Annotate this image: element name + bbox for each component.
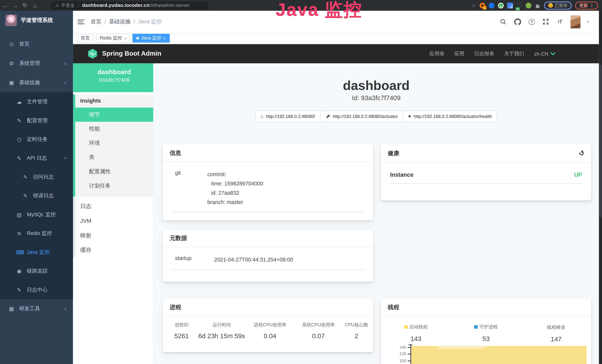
- sidebar-item-error-log[interactable]: ✎ 错误日志: [0, 186, 73, 205]
- area-highlight: [439, 346, 484, 349]
- sba-nav-about[interactable]: 关于我们: [504, 50, 524, 57]
- close-icon[interactable]: ×: [124, 36, 127, 41]
- breadcrumb-separator: /: [133, 19, 135, 25]
- infra-submenu: ☁ 文件管理 ✎ 配置管理 ◷ 定时任务 ✎ API 日志 ∧ ✎: [0, 92, 73, 299]
- sidebar-item-infra[interactable]: ▣ 基础设施 ∧: [0, 73, 73, 92]
- sidebar-item-redis-monitor[interactable]: ≋ Redis 监控: [0, 224, 73, 243]
- tab-java-monitor[interactable]: Java 监控 ×: [133, 34, 170, 43]
- extension-icon-list[interactable]: on: [516, 2, 522, 8]
- sidebar-item-system[interactable]: ⚙ 系统管理 ∨: [0, 54, 73, 73]
- extension-icon-pin[interactable]: [489, 2, 494, 8]
- browser-menu-icon[interactable]: ⋮: [590, 3, 594, 8]
- sidebar-item-label: 错误日志: [33, 192, 54, 199]
- log-icon: ✎: [16, 287, 22, 293]
- sba-app-header[interactable]: dashboard 93a3fc7f7409: [73, 64, 153, 92]
- github-icon[interactable]: [514, 18, 521, 25]
- sidebar-logo[interactable]: 芋道管理系统: [0, 11, 73, 30]
- actuator-url-button[interactable]: http://192.168.0.2:48080/actuator: [320, 110, 403, 122]
- breadcrumb-infra[interactable]: 基础设施: [109, 18, 130, 25]
- search-icon[interactable]: [499, 18, 507, 25]
- home-icon[interactable]: ⌂: [30, 2, 40, 9]
- sidebar-item-scheduled-jobs[interactable]: ◷ 定时任务: [0, 130, 73, 149]
- extension-icon-squares[interactable]: [507, 2, 513, 8]
- sidebar-item-mysql-monitor[interactable]: ▤ MySQL 监控: [0, 205, 73, 224]
- divider: [73, 92, 153, 94]
- health-row-instance: Instance UP: [390, 166, 582, 184]
- link-label: http://192.168.0.2:48080/actuator: [333, 114, 398, 119]
- sba-menu-mappings[interactable]: 映射: [75, 228, 153, 243]
- bookmark-star-icon[interactable]: ☆: [471, 2, 476, 8]
- java-monitor-icon: ⌨: [16, 249, 22, 255]
- card-title: 进程: [163, 299, 373, 316]
- close-icon[interactable]: ×: [163, 36, 166, 41]
- sidebar-item-tracing[interactable]: ◉ 链路追踪: [0, 261, 73, 280]
- font-size-icon[interactable]: tT: [556, 18, 564, 25]
- paused-pill[interactable]: 已暂停: [544, 1, 572, 9]
- security-label[interactable]: 不安全: [61, 2, 75, 9]
- sba-menu-caches[interactable]: 缓存: [75, 243, 153, 257]
- sba-menu-logs[interactable]: 日志: [75, 199, 153, 214]
- back-icon[interactable]: ←: [0, 2, 10, 9]
- sidebar-item-label: Redis 监控: [27, 230, 52, 237]
- sidebar-item-file-mgmt[interactable]: ☁ 文件管理: [0, 92, 73, 111]
- log-icon: ✎: [22, 193, 28, 199]
- sba-menu-metrics[interactable]: 性能: [75, 122, 153, 136]
- breadcrumb-home[interactable]: 首页: [91, 18, 101, 25]
- stat-daemon-threads: 守护进程 53: [451, 323, 521, 343]
- avatar[interactable]: [570, 15, 580, 28]
- sba-nav-applications[interactable]: 应用: [454, 50, 464, 57]
- sba-menu-classes[interactable]: 类: [75, 150, 153, 164]
- extension-icon-orange[interactable]: 1: [479, 2, 485, 8]
- tab-label: 首页: [81, 35, 90, 41]
- sba-menu-environment[interactable]: 环境: [75, 136, 153, 150]
- page-scrollbar[interactable]: [599, 11, 602, 364]
- locale-selector[interactable]: zh-CN: [534, 51, 555, 57]
- service-url-button[interactable]: ⌂ http://192.168.0.2:48080/: [255, 110, 320, 122]
- extension-icon-green-y[interactable]: y: [498, 2, 504, 8]
- sba-body: dashboard 93a3fc7f7409 Insights 细节 性能 环境…: [73, 64, 599, 364]
- sba-nav-journal[interactable]: 日志报表: [474, 50, 494, 57]
- process-stats: 进程ID 5261 运行时间 6d 23h 15m 59s 进程CPU使用率 0…: [163, 316, 373, 340]
- sba-app-name: dashboard: [75, 68, 153, 76]
- extension-icon-leaf[interactable]: [526, 2, 531, 8]
- sidebar-item-home[interactable]: ⊙ 首页: [0, 34, 73, 54]
- tab-redis-monitor[interactable]: Redis 监控 ×: [96, 34, 130, 43]
- stat-system-cpu: 系统CPU使用率 0.07: [295, 322, 342, 340]
- sidebar-item-devtools[interactable]: ▦ 研发工具 ∨: [0, 299, 73, 318]
- sba-nav-wallboard[interactable]: 应用墙: [429, 50, 444, 57]
- sba-main: dashboard Id: 93a3fc7f7409 ⌂ http://192.…: [153, 64, 599, 364]
- extensions-puzzle-icon[interactable]: [535, 2, 541, 8]
- sidebar-item-config-mgmt[interactable]: ✎ 配置管理: [0, 111, 73, 130]
- sba-menu-scheduled-tasks[interactable]: 计划任务: [75, 179, 153, 193]
- sba-menu-jvm[interactable]: JVM: [75, 214, 153, 228]
- instance-title: dashboard: [153, 78, 599, 93]
- user-caret-down-icon[interactable]: ▾: [587, 20, 589, 24]
- fullscreen-icon[interactable]: [542, 18, 550, 25]
- health-url-button[interactable]: ♥ http://192.168.0.2:48080/actuator/heal…: [403, 110, 497, 122]
- sba-menu-config-props[interactable]: 配置属性: [75, 164, 153, 179]
- help-icon[interactable]: ?: [528, 18, 536, 25]
- y-tick-100: 100: [395, 358, 406, 363]
- sidebar-menu: ⊙ 首页 ⚙ 系统管理 ∨ ▣ 基础设施 ∧ ☁ 文件管理 ✎ 配置管: [0, 30, 73, 318]
- reload-icon[interactable]: ↻: [20, 2, 30, 9]
- scrollbar-thumb[interactable]: [599, 64, 602, 218]
- update-button[interactable]: 更新 ⋮: [575, 1, 598, 9]
- logo-image: [5, 15, 17, 26]
- gear-icon: ⚙: [9, 60, 15, 66]
- sidebar-item-access-log[interactable]: ✎ 访问日志: [0, 167, 73, 186]
- sidebar-item-log-center[interactable]: ✎ 日志中心: [0, 280, 73, 299]
- address-bar[interactable]: ⚠ 不安全 dashboard.yudao.iocoder.cn /infra/…: [51, 1, 209, 9]
- history-icon[interactable]: ↺: [578, 149, 586, 158]
- info-key: git: [172, 170, 207, 207]
- sba-insights-menu: Insights 细节 性能 环境 类 配置属性 计划任务: [73, 94, 153, 197]
- info-row-git: git commit: time: 1596289704000 id: 27aa…: [172, 165, 364, 212]
- chevron-down-icon: ∨: [64, 307, 67, 310]
- sidebar-item-api-log[interactable]: ✎ API 日志 ∧: [0, 149, 73, 167]
- sba-menu-details[interactable]: 细节: [75, 107, 153, 122]
- forward-icon[interactable]: →: [10, 2, 20, 9]
- hamburger-icon[interactable]: [77, 18, 84, 25]
- tab-home[interactable]: 首页: [77, 34, 94, 43]
- home-icon: ⌂: [260, 114, 263, 119]
- sidebar-item-label: API 日志: [27, 154, 47, 161]
- sidebar-item-java-monitor[interactable]: ⌨ Java 监控: [0, 243, 73, 261]
